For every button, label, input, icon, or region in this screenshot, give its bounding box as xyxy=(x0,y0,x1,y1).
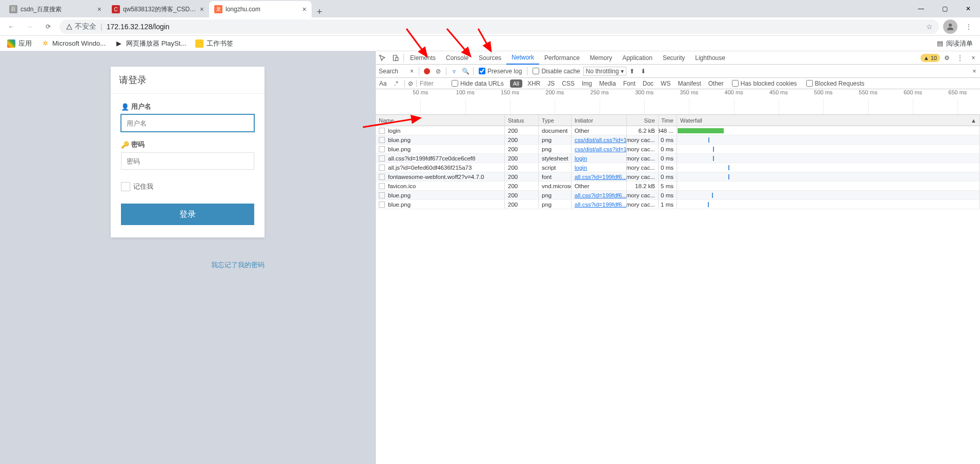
new-tab-button[interactable]: + xyxy=(312,7,328,17)
request-row[interactable]: favicon.ico200vnd.microsof...Other18.2 k… xyxy=(376,181,980,191)
record-icon xyxy=(424,68,430,74)
request-row[interactable]: blue.png200pngcss/dist/all.css?id=199fdf… xyxy=(376,145,980,154)
apps-button[interactable]: 应用 xyxy=(4,39,35,48)
col-initiator[interactable]: Initiator xyxy=(571,115,627,126)
devtools-tab-performance[interactable]: Performance xyxy=(539,51,585,65)
request-table-body[interactable]: login200documentOther6.2 kB348 ...blue.p… xyxy=(376,126,980,464)
username-input[interactable] xyxy=(121,114,254,132)
nav-back-button[interactable]: ← xyxy=(4,19,18,34)
devtools-panel: Elements Console Sources Network Perform… xyxy=(375,51,980,464)
hide-data-urls-checkbox[interactable]: Hide data URLs xyxy=(452,80,504,87)
bookmark-folder[interactable]: 工作书签 xyxy=(192,39,236,48)
window-maximize-button[interactable]: ▢ xyxy=(933,0,956,17)
col-waterfall[interactable]: Waterfall▲ xyxy=(677,115,980,126)
devtools-menu-button[interactable]: ⋮ xyxy=(953,51,967,65)
password-input[interactable] xyxy=(121,152,254,170)
device-icon xyxy=(392,54,399,62)
warnings-badge[interactable]: ▲10 xyxy=(921,54,940,62)
browser-tab[interactable]: Cqw5838132的博客_CSDN博客-× xyxy=(107,1,209,17)
filter-type-other[interactable]: Other xyxy=(706,80,726,87)
request-row[interactable]: login200documentOther6.2 kB348 ... xyxy=(376,126,980,135)
devtools-tab-sources[interactable]: Sources xyxy=(474,51,506,65)
profile-avatar-button[interactable] xyxy=(943,19,957,34)
tab-title: csdn_百度搜索 xyxy=(21,5,94,14)
upload-button[interactable]: ⬆ xyxy=(626,68,638,75)
blocked-cookies-checkbox[interactable]: Has blocked cookies xyxy=(732,80,797,87)
forgot-password-link[interactable]: 我忘记了我的密码 xyxy=(111,260,264,270)
devtools-tab-console[interactable]: Console xyxy=(441,51,474,65)
network-filter-row: Aa .* ⊘ Filter Hide data URLs All XHR JS… xyxy=(376,78,980,89)
filter-type-all[interactable]: All xyxy=(510,79,522,88)
close-icon[interactable]: × xyxy=(410,68,414,75)
browser-tab-active[interactable]: 龙longzhu.com× xyxy=(209,1,312,17)
devtools-settings-button[interactable]: ⚙ xyxy=(940,51,953,65)
remember-me-checkbox[interactable]: 记住我 xyxy=(121,182,254,191)
filter-input[interactable]: Filter xyxy=(420,80,445,87)
request-row[interactable]: all.js?id=0efed60df4636f215a73200scriptl… xyxy=(376,163,980,172)
nav-reload-button[interactable]: ⟳ xyxy=(41,19,55,34)
timeline-tick: 500 ms xyxy=(814,89,832,95)
filter-type-ws[interactable]: WS xyxy=(659,80,672,87)
reading-list-button[interactable]: ▤阅读清单 xyxy=(934,39,976,48)
filter-type-font[interactable]: Font xyxy=(621,80,638,87)
nav-forward-button[interactable]: → xyxy=(23,19,37,34)
match-case-button[interactable]: Aa xyxy=(378,80,388,87)
login-submit-button[interactable]: 登录 xyxy=(121,204,254,225)
search-toggle-button[interactable]: 🔍 xyxy=(460,68,471,75)
network-timeline[interactable]: 50 ms100 ms150 ms200 ms250 ms300 ms350 m… xyxy=(376,89,980,115)
request-row[interactable]: blue.png200pngcss/dist/all.css?id=199fdf… xyxy=(376,135,980,145)
filter-type-img[interactable]: Img xyxy=(580,80,594,87)
close-icon[interactable]: × xyxy=(97,5,101,13)
close-icon[interactable]: × xyxy=(200,5,204,13)
network-search[interactable]: Search× xyxy=(376,68,417,75)
request-row[interactable]: fontawesome-webfont.woff2?v=4.7.0200font… xyxy=(376,172,980,181)
window-minimize-button[interactable]: — xyxy=(909,0,933,17)
col-type[interactable]: Type xyxy=(539,115,571,126)
timeline-tick: 200 ms xyxy=(545,89,564,95)
filter-type-media[interactable]: Media xyxy=(597,80,618,87)
clear-button[interactable]: ⊘ xyxy=(433,68,444,75)
filter-type-xhr[interactable]: XHR xyxy=(525,80,542,87)
filter-type-doc[interactable]: Doc xyxy=(641,80,656,87)
devtools-tab-elements[interactable]: Elements xyxy=(405,51,441,65)
devtools-tab-security[interactable]: Security xyxy=(658,51,690,65)
file-icon xyxy=(379,174,385,180)
omnibox[interactable]: 不安全 | 172.16.32.128/login ☆ xyxy=(59,19,939,34)
device-toggle-button[interactable] xyxy=(389,51,402,65)
col-time[interactable]: Time xyxy=(659,115,677,126)
clear-icon[interactable]: ⊘ xyxy=(408,80,413,87)
devtools-tab-memory[interactable]: Memory xyxy=(585,51,617,65)
disable-cache-checkbox[interactable]: Disable cache xyxy=(533,68,580,75)
request-row[interactable]: blue.png200pngall.css?id=199fdf6...(memo… xyxy=(376,200,980,209)
record-button[interactable] xyxy=(421,68,433,74)
filter-type-js[interactable]: JS xyxy=(545,80,557,87)
close-icon[interactable]: × xyxy=(302,5,307,13)
bookmark-item[interactable]: ✲Microsoft Windo... xyxy=(38,39,109,48)
preserve-log-checkbox[interactable]: Preserve log xyxy=(479,68,522,75)
filter-toggle-button[interactable]: ▿ xyxy=(448,68,460,75)
col-name[interactable]: Name xyxy=(376,115,505,126)
request-row[interactable]: blue.png200pngall.css?id=199fdf6...(memo… xyxy=(376,191,980,200)
bookmark-item[interactable]: ▶网页播放器 PlaySt... xyxy=(112,39,189,48)
browser-tab[interactable]: 百csdn_百度搜索× xyxy=(4,1,107,17)
devtools-tab-network[interactable]: Network xyxy=(506,51,539,65)
security-indicator[interactable]: 不安全 xyxy=(66,22,96,31)
download-button[interactable]: ⬇ xyxy=(638,68,649,75)
throttling-select[interactable]: No throttling▾ xyxy=(583,67,627,76)
inspect-element-button[interactable] xyxy=(376,51,389,65)
col-size[interactable]: Size xyxy=(627,115,659,126)
devtools-tab-application[interactable]: Application xyxy=(617,51,658,65)
window-close-button[interactable]: ✕ xyxy=(956,0,980,17)
browser-menu-button[interactable]: ⋮ xyxy=(962,19,976,34)
drawer-close-button[interactable]: × xyxy=(969,68,980,75)
col-status[interactable]: Status xyxy=(505,115,539,126)
regex-button[interactable]: .* xyxy=(391,80,401,87)
blocked-requests-checkbox[interactable]: Blocked Requests xyxy=(806,80,865,87)
devtools-close-button[interactable]: × xyxy=(967,51,980,65)
request-row[interactable]: all.css?id=199fdf677ce0dce6cef8200styles… xyxy=(376,154,980,163)
bookmark-star-icon[interactable]: ☆ xyxy=(926,23,933,31)
filter-type-manifest[interactable]: Manifest xyxy=(676,80,703,87)
filter-type-css[interactable]: CSS xyxy=(560,80,577,87)
timeline-tick: 100 ms xyxy=(456,89,475,95)
devtools-tab-lighthouse[interactable]: Lighthouse xyxy=(690,51,730,65)
